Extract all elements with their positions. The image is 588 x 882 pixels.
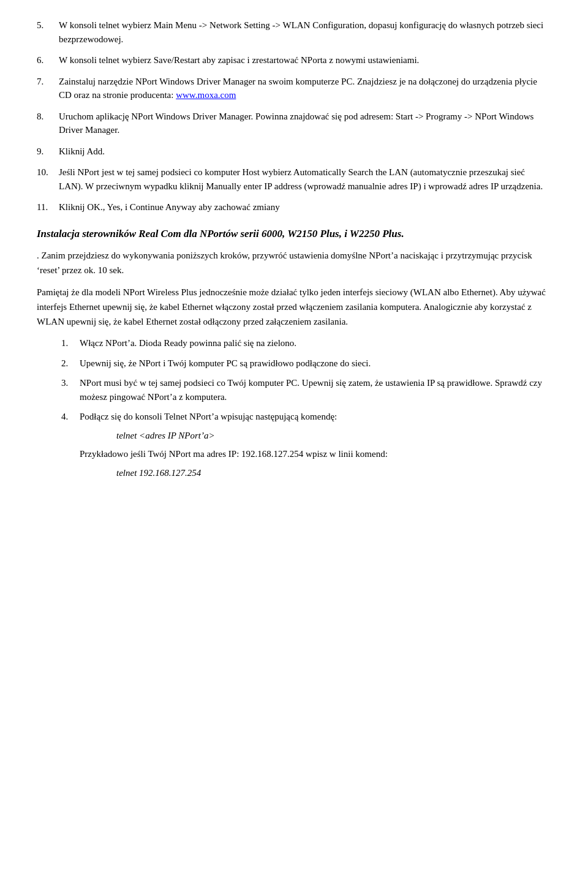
item-number-9: 9. [37, 145, 59, 159]
sub-number-3: 3. [61, 376, 80, 404]
item-number-11: 11. [37, 200, 59, 214]
sub-item-2: 2. Upewnij się, że NPort i Twój komputer… [61, 356, 551, 371]
telnet-command: telnet <adres IP NPort’a> [116, 431, 215, 440]
item-content-8: Uruchom aplikację NPort Windows Driver M… [59, 110, 551, 137]
example-text: Przykładowo jeśli Twój NPort ma adres IP… [80, 447, 551, 461]
list-item-9: 9. Kliknij Add. [37, 145, 551, 159]
section-heading: Instalacja sterowników Real Com dla NPor… [37, 227, 551, 241]
item-number-10: 10. [37, 165, 59, 193]
item-content-7: Zainstaluj narzędzie NPort Windows Drive… [59, 75, 551, 102]
list-item-8: 8. Uruchom aplikację NPort Windows Drive… [37, 110, 551, 137]
list-item-7: 7. Zainstaluj narzędzie NPort Windows Dr… [37, 75, 551, 102]
sub-number-2: 2. [61, 356, 80, 371]
sub-content-2: Upewnij się, że NPort i Twój komputer PC… [80, 356, 551, 371]
item-number-8: 8. [37, 110, 59, 137]
list-item-6: 6. W konsoli telnet wybierz Save/Restart… [37, 53, 551, 67]
sub-number-1: 1. [61, 336, 80, 350]
item-content-5: W konsoli telnet wybierz Main Menu -> Ne… [59, 18, 551, 46]
warning-paragraph: Pamiętaj że dla modeli NPort Wireless Pl… [37, 285, 551, 329]
telnet-command-block: telnet <adres IP NPort’a> [116, 429, 551, 443]
item-content-6: W konsoli telnet wybierz Save/Restart ab… [59, 53, 551, 67]
sub-content-4: Podłącz się do konsoli Telnet NPort’a wp… [80, 410, 551, 484]
sub-item-4: 4. Podłącz się do konsoli Telnet NPort’a… [61, 410, 551, 484]
moxa-link[interactable]: www.moxa.com [176, 90, 236, 100]
item-content-9: Kliknij Add. [59, 145, 551, 159]
sub-content-3: NPort musi być w tej samej podsieci co T… [80, 376, 551, 404]
list-item-5: 5. W konsoli telnet wybierz Main Menu ->… [37, 18, 551, 46]
item-content-11: Kliknij OK., Yes, i Continue Anyway aby … [59, 200, 551, 214]
telnet-example: telnet 192.168.127.254 [116, 468, 201, 478]
item-number-5: 5. [37, 18, 59, 46]
item-number-6: 6. [37, 53, 59, 67]
sub-list: 1. Włącz NPort’a. Dioda Ready powinna pa… [61, 336, 551, 484]
list-item-10: 10. Jeśli NPort jest w tej samej podsiec… [37, 165, 551, 193]
intro-paragraph: . Zanim przejdziesz do wykonywania poniż… [37, 248, 551, 277]
item-content-10: Jeśli NPort jest w tej samej podsieci co… [59, 165, 551, 193]
sub-content-1: Włącz NPort’a. Dioda Ready powinna palić… [80, 336, 551, 350]
sub-number-4: 4. [61, 410, 80, 484]
sub-item-3: 3. NPort musi być w tej samej podsieci c… [61, 376, 551, 404]
telnet-example-block: telnet 192.168.127.254 [116, 466, 551, 480]
list-item-11: 11. Kliknij OK., Yes, i Continue Anyway … [37, 200, 551, 214]
item-number-7: 7. [37, 75, 59, 102]
sub-item-1: 1. Włącz NPort’a. Dioda Ready powinna pa… [61, 336, 551, 350]
